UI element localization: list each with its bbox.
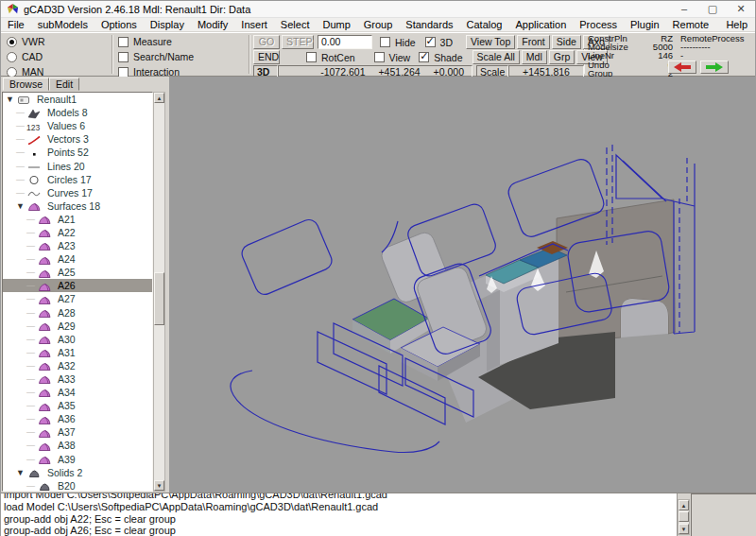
solid-icon [35,480,54,492]
toolbar-separator [112,35,113,74]
tree-item-a36[interactable]: —A36 [3,412,152,425]
tree-item-label: A37 [54,426,76,438]
tree-item-a34[interactable]: —A34 [3,386,152,399]
mdl-button[interactable]: Mdl [522,50,547,64]
tree-item-circles-17[interactable]: —Circles 17 [3,173,152,186]
green-right-arrow-icon [705,62,724,72]
maximize-icon[interactable]: ▢ [698,1,727,17]
console-scrollbar[interactable]: ▲ ▼ [678,499,690,535]
tab-edit[interactable]: Edit [49,78,79,91]
tree-item-lines-20[interactable]: —Lines 20 [3,159,152,172]
tree-item-a27[interactable]: —A27 [3,292,152,305]
tree-scrollbar-thumb[interactable] [154,272,164,325]
tree-item-label: A33 [54,373,76,385]
3d-checkbox[interactable]: 3D [425,37,453,48]
tree-item-solids-2[interactable]: ▼Solids 2 [3,466,152,479]
tab-browse[interactable]: Browse [3,78,49,91]
viewport-3d[interactable] [169,77,756,493]
tree-item-a22[interactable]: —A22 [3,226,152,239]
tree-item-a32[interactable]: —A32 [3,359,152,372]
scroll-up-icon[interactable]: ▲ [679,500,689,510]
shade-checkbox[interactable]: Shade [419,52,462,63]
tree-item-a23[interactable]: —A23 [3,239,152,252]
step-value-input[interactable]: 0.00 [318,35,372,49]
menu-process[interactable]: Process [573,18,624,32]
grp-button[interactable]: Grp [549,50,576,64]
wheel-arch[interactable] [621,299,668,337]
scroll-down-icon[interactable]: ▼ [679,524,689,534]
menu-file[interactable]: File [1,18,31,32]
tree-item-label: A30 [54,334,76,345]
step-button[interactable]: STEP [282,35,314,49]
console-scrollbar-thumb[interactable] [679,511,689,522]
tree-item-a29[interactable]: —A29 [3,320,152,333]
tree-item-values-6[interactable]: —123Values 6 [3,119,152,132]
tree-item-a30[interactable]: —A30 [3,333,152,346]
tree-item-a25[interactable]: —A25 [3,266,152,279]
menu-standards[interactable]: Standards [399,18,459,32]
menu-options[interactable]: Options [94,18,144,32]
front-button[interactable]: Front [517,35,550,49]
rotcen-checkbox[interactable]: RotCen [306,52,355,63]
menu-application[interactable]: Application [508,18,573,32]
surface-icon [35,253,54,266]
tree-item-a37[interactable]: —A37 [3,425,152,439]
menu-catalog[interactable]: Catalog [460,18,509,32]
end-button[interactable]: END [253,50,280,64]
menu-modify[interactable]: Modify [191,18,234,32]
view-top-button[interactable]: View Top [466,35,515,49]
tree-item-a38[interactable]: —A38 [3,439,152,452]
menu-dump[interactable]: Dump [316,18,356,32]
menu-help[interactable]: Help [718,18,755,32]
tree-guide: — [3,401,35,410]
tree-item-a35[interactable]: —A35 [3,399,152,412]
tree-item-points-52[interactable]: —Points 52 [3,146,152,159]
menu-display[interactable]: Display [144,18,191,32]
tree-item-curves-17[interactable]: —Curves 17 [3,186,152,199]
tree-guide: — [3,147,25,157]
measure-checkbox[interactable]: Measure [118,36,194,47]
close-icon[interactable]: ✕ [727,1,755,17]
radio-vwr[interactable]: VWR [7,36,45,47]
scale-all-button[interactable]: Scale All [472,50,520,64]
go-button[interactable]: GO [253,35,280,49]
tree-item-a39[interactable]: —A39 [3,453,152,466]
tree-item-renault1[interactable]: ▼Renault1 [3,93,152,106]
expander-icon[interactable]: ▼ [3,468,25,477]
tree-item-a21[interactable]: —A21 [3,213,152,226]
hide-checkbox[interactable]: Hide [380,37,416,48]
tree-item-label: A36 [54,413,76,424]
expander-icon[interactable]: ▼ [3,201,25,211]
console-line: group-add obj A22; Esc = clear group [4,513,677,526]
tree-item-a24[interactable]: —A24 [3,252,152,266]
tree-scrollbar[interactable]: ▲ ▼ [153,92,165,492]
menu-insert[interactable]: Insert [234,18,274,32]
view-checkbox[interactable]: View [374,52,411,63]
console-output[interactable]: import Model C:\Users\SoftpediaPC\AppDat… [1,493,678,536]
tree-item-a28[interactable]: —A28 [3,306,152,320]
minimize-icon[interactable]: – [670,1,698,17]
scroll-up-icon[interactable]: ▲ [154,93,164,103]
tree-item-label: A22 [54,227,76,238]
radio-cad[interactable]: CAD [7,51,45,62]
tree-item-vectors-3[interactable]: —Vectors 3 [3,132,152,146]
menu-remote[interactable]: Remote [666,18,716,32]
tree-item-models-8[interactable]: —Models 8 [3,106,152,119]
tree-item-a26[interactable]: —A26 [3,279,152,292]
expander-icon[interactable]: ▼ [3,95,14,104]
menu-submodels[interactable]: subModels [31,18,94,32]
tree-item-a33[interactable]: —A33 [3,372,152,386]
menu-group[interactable]: Group [357,18,400,32]
tree-item-b20[interactable]: —B20 [3,479,152,492]
menu-select[interactable]: Select [274,18,317,32]
side-button[interactable]: Side [552,35,581,49]
scroll-down-icon[interactable]: ▼ [154,480,164,491]
tree-item-a31[interactable]: —A31 [3,346,152,359]
tree-item-surfaces-18[interactable]: ▼Surfaces 18 [3,199,152,213]
undo-back-button[interactable] [668,61,696,74]
tree-item-label: Vectors 3 [43,133,89,145]
menu-plugin[interactable]: Plugin [624,18,666,32]
rear-pillar[interactable] [674,200,695,334]
search-name-checkbox[interactable]: Search/Name [118,51,194,62]
redo-forward-button[interactable] [700,61,729,74]
